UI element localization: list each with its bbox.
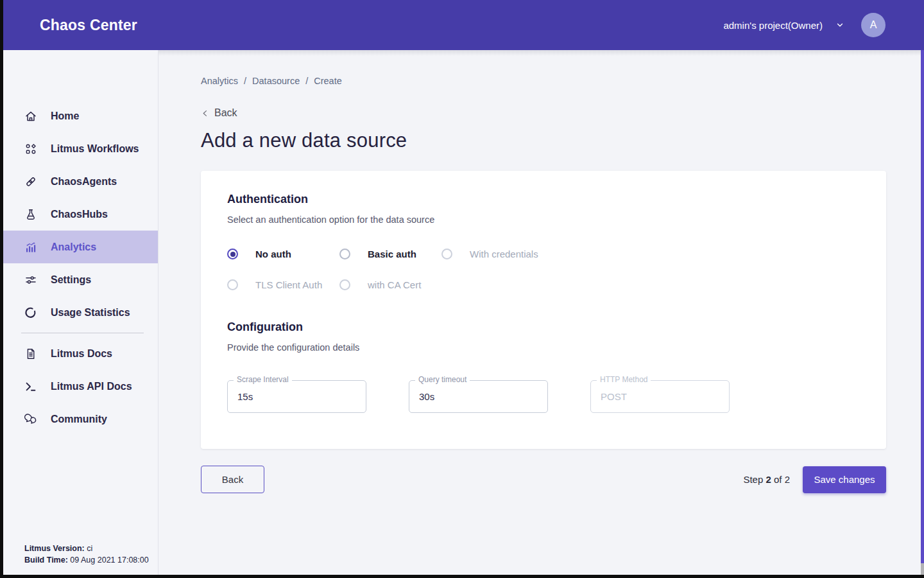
- http-method-input: [590, 380, 730, 413]
- avatar-initial: A: [870, 19, 877, 31]
- breadcrumb-datasource[interactable]: Datasource: [252, 76, 300, 86]
- breadcrumb-create[interactable]: Create: [314, 76, 342, 86]
- radio-basic-auth[interactable]: Basic auth: [339, 249, 441, 259]
- sidebar-item-label: Home: [51, 110, 79, 122]
- sidebar-item-label: Analytics: [51, 241, 96, 253]
- sidebar-item-chaosagents[interactable]: ChaosAgents: [3, 165, 158, 198]
- app-title: Chaos Center: [40, 17, 137, 34]
- avatar[interactable]: A: [861, 13, 886, 37]
- breadcrumb: Analytics / Datasource / Create: [201, 76, 924, 86]
- sidebar-divider: [21, 333, 144, 333]
- sidebar-item-chaoshubs[interactable]: ChaosHubs: [3, 198, 158, 231]
- radio-label: Basic auth: [368, 249, 416, 259]
- back-link-label: Back: [214, 107, 237, 119]
- scrollbar-thumb[interactable]: [921, 50, 924, 563]
- radio-icon: [227, 279, 238, 290]
- configuration-heading: Configuration: [227, 320, 860, 334]
- configuration-subtitle: Provide the configuration details: [227, 342, 860, 353]
- radio-label: with CA Cert: [368, 279, 421, 290]
- scrape-interval-input[interactable]: [227, 380, 366, 413]
- sidebar-item-label: Litmus Workflows: [51, 143, 139, 155]
- home-icon: [24, 110, 37, 123]
- breadcrumb-separator: /: [305, 76, 308, 86]
- radio-icon: [339, 279, 350, 290]
- sidebar-item-usage-statistics[interactable]: Usage Statistics: [3, 296, 158, 329]
- authentication-heading: Authentication: [227, 193, 860, 206]
- document-icon: [24, 347, 37, 360]
- sidebar-item-label: ChaosAgents: [51, 176, 117, 188]
- breadcrumb-separator: /: [244, 76, 246, 86]
- workflows-icon: [24, 143, 37, 155]
- scrollbar-track[interactable]: [921, 563, 924, 575]
- sidebar-item-label: Litmus Docs: [51, 348, 112, 360]
- radio-no-auth[interactable]: No auth: [227, 249, 339, 259]
- sliders-icon: [24, 274, 37, 286]
- save-changes-button[interactable]: Save changes: [803, 466, 886, 493]
- sidebar-item-label: Litmus API Docs: [51, 381, 132, 392]
- back-link[interactable]: Back: [201, 107, 237, 119]
- scrape-interval-field: Scrape Interval: [227, 380, 366, 413]
- sidebar-item-litmus-docs[interactable]: Litmus Docs: [3, 337, 158, 370]
- sidebar-item-litmus-workflows[interactable]: Litmus Workflows: [3, 132, 158, 165]
- main-content: Analytics / Datasource / Create Back Add…: [158, 50, 924, 575]
- link-icon: [24, 175, 37, 188]
- radio-with-credentials: With credentials: [441, 249, 538, 259]
- sidebar-item-settings[interactable]: Settings: [3, 263, 158, 296]
- query-timeout-input[interactable]: [409, 380, 548, 413]
- radio-icon: [339, 249, 350, 259]
- page-title: Add a new data source: [201, 129, 924, 152]
- scrape-interval-label: Scrape Interval: [234, 375, 292, 384]
- project-dropdown[interactable]: admin's project(Owner): [723, 20, 844, 31]
- flask-icon: [24, 208, 37, 221]
- sidebar-item-litmus-api-docs[interactable]: Litmus API Docs: [3, 370, 158, 403]
- radio-tls-client-auth: TLS Client Auth: [227, 279, 339, 290]
- ring-icon: [24, 306, 37, 319]
- chevron-down-icon: [835, 21, 844, 30]
- version-info: Litmus Version: ci Build Time: 09 Aug 20…: [24, 543, 149, 566]
- sidebar-item-label: Settings: [51, 274, 91, 286]
- radio-label: With credentials: [470, 249, 538, 259]
- bar-chart-icon: [24, 241, 37, 254]
- litmus-version-line: Litmus Version: ci: [24, 543, 149, 554]
- sidebar-item-label: Community: [51, 414, 107, 425]
- datasource-form-card: Authentication Select an authentication …: [201, 171, 886, 449]
- radio-with-ca-cert: with CA Cert: [339, 279, 421, 290]
- http-method-field: HTTP Method: [590, 380, 730, 413]
- chat-bubbles-icon: [24, 413, 37, 426]
- form-footer: Back Step 2 of 2 Save changes: [201, 466, 886, 493]
- top-header: Chaos Center admin's project(Owner) A: [3, 0, 924, 50]
- query-timeout-label: Query timeout: [415, 375, 470, 384]
- sidebar-item-analytics[interactable]: Analytics: [3, 231, 158, 263]
- sidebar-item-home[interactable]: Home: [3, 100, 158, 132]
- radio-icon: [441, 249, 452, 259]
- build-time-line: Build Time: 09 Aug 2021 17:08:00: [24, 554, 149, 566]
- sidebar: Home Litmus Workflows ChaosAgents ChaosH…: [3, 50, 158, 575]
- radio-label: No auth: [255, 249, 291, 259]
- query-timeout-field: Query timeout: [409, 380, 548, 413]
- app-window: Chaos Center admin's project(Owner) A Ho…: [3, 0, 924, 575]
- project-dropdown-label: admin's project(Owner): [723, 20, 823, 31]
- authentication-subtitle: Select an authentication option for the …: [227, 215, 860, 225]
- sidebar-item-label: ChaosHubs: [51, 209, 108, 220]
- chevron-left-icon: [201, 109, 209, 118]
- radio-label: TLS Client Auth: [255, 279, 322, 290]
- radio-icon: [227, 249, 238, 259]
- sidebar-item-community[interactable]: Community: [3, 403, 158, 435]
- terminal-icon: [24, 380, 37, 393]
- http-method-label: HTTP Method: [597, 375, 651, 384]
- sidebar-item-label: Usage Statistics: [51, 307, 130, 319]
- back-button[interactable]: Back: [201, 466, 264, 493]
- step-indicator: Step 2 of 2: [743, 474, 790, 485]
- breadcrumb-analytics[interactable]: Analytics: [201, 76, 238, 86]
